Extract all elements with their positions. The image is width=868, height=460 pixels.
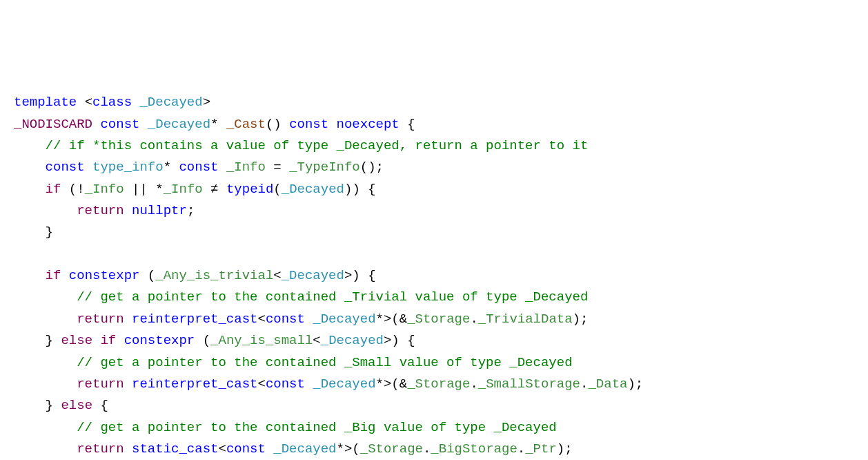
var-info: _Info: [226, 160, 266, 175]
line-16: // get a pointer to the contained _Big v…: [14, 420, 557, 435]
line-9: if constexpr (_Any_is_trivial<_Decayed>)…: [14, 268, 376, 283]
kw-return: return: [77, 376, 124, 392]
line-13: // get a pointer to the contained _Small…: [14, 355, 573, 370]
comment: // get a pointer to the contained _Small…: [77, 355, 572, 370]
kw-constexpr: constexpr: [69, 268, 140, 283]
kw-template: template: [14, 95, 77, 110]
trait-small: _Any_is_small: [210, 333, 313, 348]
kw-if: if: [46, 182, 61, 197]
kw-const: const: [100, 117, 139, 132]
type-decayed: _Decayed: [148, 117, 210, 132]
comment: // get a pointer to the contained _Trivi…: [77, 289, 588, 305]
kw-else: else: [61, 398, 92, 413]
type-decayed: _Decayed: [282, 268, 344, 283]
kw-reinterpret-cast: reinterpret_cast: [132, 376, 257, 392]
line-3: // if *this contains a value of type _De…: [14, 138, 588, 153]
member-smallstorage: _SmallStorage: [478, 376, 580, 392]
kw-return: return: [77, 441, 124, 457]
comment: // if *this contains a value of type _De…: [46, 138, 589, 153]
fn-typeinfo: _TypeInfo: [289, 160, 360, 175]
kw-const: const: [266, 312, 305, 327]
type-info: type_info: [92, 160, 164, 175]
kw-if: if: [100, 333, 116, 348]
kw-const: const: [179, 160, 218, 175]
line-1: template <class _Decayed>: [14, 95, 210, 110]
kw-nullptr: nullptr: [132, 203, 187, 218]
line-10: // get a pointer to the contained _Trivi…: [14, 289, 588, 305]
line-15: } else {: [14, 398, 108, 413]
kw-const: const: [266, 376, 305, 392]
type-decayed: _Decayed: [282, 182, 344, 197]
kw-const: const: [46, 160, 85, 175]
comment: // get a pointer to the contained _Big v…: [77, 420, 557, 435]
type-decayed: _Decayed: [139, 95, 202, 110]
member-bigstorage: _BigStorage: [431, 441, 517, 457]
line-5: if (!_Info || *_Info ≠ typeid(_Decayed))…: [14, 182, 376, 197]
kw-const: const: [289, 117, 328, 132]
type-decayed: _Decayed: [321, 333, 384, 348]
type-decayed: _Decayed: [313, 376, 375, 392]
member-trivialdata: _TrivialData: [478, 312, 573, 327]
var-storage: _Storage: [407, 312, 470, 327]
kw-static-cast: static_cast: [132, 441, 218, 457]
line-12: } else if constexpr (_Any_is_small<_Deca…: [14, 333, 415, 348]
line-17: return static_cast<const _Decayed*>(_Sto…: [14, 441, 573, 457]
member-data: _Data: [588, 376, 627, 392]
line-11: return reinterpret_cast<const _Decayed*>…: [14, 312, 588, 327]
line-6: return nullptr;: [14, 203, 195, 218]
var-storage: _Storage: [407, 376, 470, 392]
kw-if: if: [46, 268, 61, 283]
var-info: _Info: [164, 182, 203, 197]
kw-typeid: typeid: [226, 182, 273, 197]
kw-const: const: [226, 441, 266, 457]
type-decayed: _Decayed: [313, 312, 375, 327]
member-ptr: _Ptr: [525, 441, 557, 457]
var-storage: _Storage: [360, 441, 423, 457]
kw-class: class: [92, 95, 132, 110]
type-decayed: _Decayed: [273, 441, 336, 457]
kw-constexpr: constexpr: [124, 333, 195, 348]
kw-else: else: [61, 333, 92, 348]
kw-reinterpret-cast: reinterpret_cast: [132, 312, 257, 327]
line-14: return reinterpret_cast<const _Decayed*>…: [14, 376, 643, 392]
line-4: const type_info* const _Info = _TypeInfo…: [14, 160, 384, 175]
kw-return: return: [77, 312, 124, 327]
var-info: _Info: [85, 182, 124, 197]
line-7: }: [14, 224, 53, 240]
kw-noexcept: noexcept: [337, 117, 400, 132]
kw-return: return: [77, 203, 124, 218]
line-2: _NODISCARD const _Decayed* _Cast() const…: [14, 117, 415, 132]
func-cast: _Cast: [226, 117, 266, 132]
code-block: template <class _Decayed> _NODISCARD con…: [14, 92, 854, 460]
nodiscard-attr: _NODISCARD: [14, 117, 92, 132]
trait-trivial: _Any_is_trivial: [155, 268, 273, 283]
